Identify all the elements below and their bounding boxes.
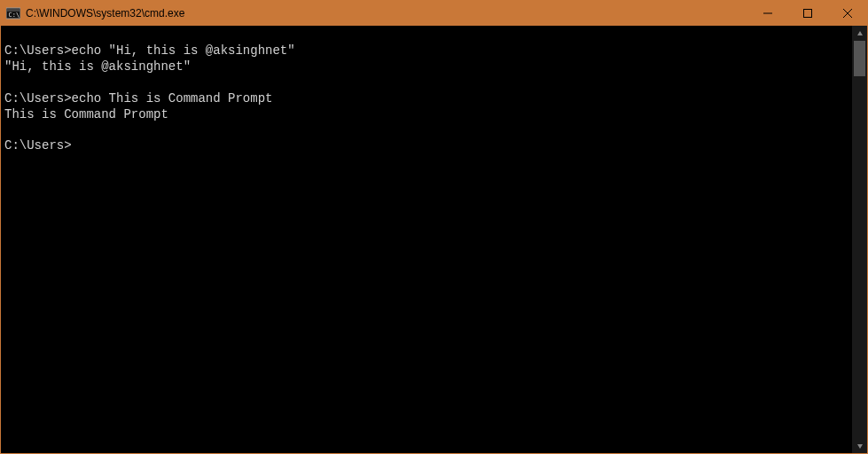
svg-marker-8 [857, 444, 863, 449]
titlebar[interactable]: C:\ C:\WINDOWS\system32\cmd.exe [1, 1, 867, 26]
close-button[interactable] [827, 1, 867, 26]
minimize-button[interactable] [747, 1, 787, 26]
window-controls [747, 1, 867, 26]
scroll-track[interactable] [852, 41, 867, 438]
svg-rect-4 [803, 10, 811, 18]
scroll-thumb[interactable] [854, 41, 865, 76]
svg-text:C:\: C:\ [9, 12, 20, 19]
scroll-up-button[interactable] [852, 26, 867, 41]
terminal-output[interactable]: C:\Users>echo "Hi, this is @aksinghnet" … [1, 26, 852, 453]
cmd-window: C:\ C:\WINDOWS\system32\cmd.exe C:\Users… [0, 0, 868, 454]
vertical-scrollbar[interactable] [852, 26, 867, 453]
cmd-icon: C:\ [6, 6, 20, 20]
window-title: C:\WINDOWS\system32\cmd.exe [26, 7, 747, 20]
content-area: C:\Users>echo "Hi, this is @aksinghnet" … [1, 26, 867, 453]
svg-marker-7 [857, 31, 863, 35]
maximize-button[interactable] [787, 1, 827, 26]
scroll-down-button[interactable] [852, 438, 867, 453]
